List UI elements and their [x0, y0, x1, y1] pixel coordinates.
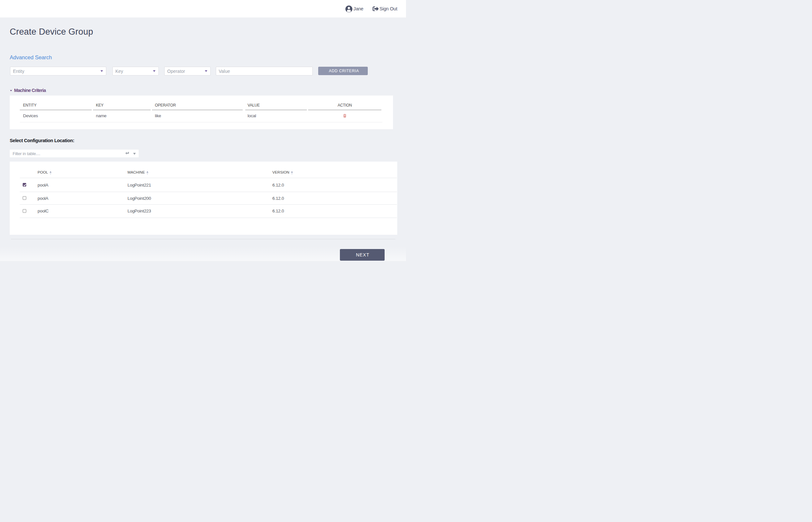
criteria-cell-value: local	[248, 112, 256, 120]
caret-down-icon	[10, 90, 12, 91]
criteria-cell-operator: like	[155, 112, 161, 120]
machine-criteria-label: Machine Criteria	[14, 88, 46, 93]
pool-header-label: POOL	[38, 170, 48, 174]
cell-version: 6.12.0	[272, 196, 284, 200]
column-header-version[interactable]: VERSION	[272, 170, 293, 174]
column-header-operator: OPERATOR	[155, 103, 176, 107]
criteria-cell-action	[308, 112, 381, 120]
sort-icon	[50, 171, 52, 175]
sort-icon	[291, 171, 293, 175]
filter-dropdown-icon[interactable]	[133, 153, 136, 155]
header-underline	[20, 110, 92, 110]
user-avatar-icon	[345, 5, 352, 13]
header-underline	[152, 110, 243, 110]
sort-icon	[147, 171, 149, 175]
value-input[interactable]	[216, 67, 313, 76]
machine-row: poolC LogPoint223 6.12.0	[10, 205, 397, 217]
footer-divider	[11, 239, 395, 239]
sign-out-label: Sign Out	[380, 0, 397, 18]
criteria-cell-entity: Devices	[23, 112, 38, 120]
chevron-down-icon	[205, 70, 207, 72]
filter-box	[10, 149, 139, 157]
header-underline	[245, 110, 307, 110]
cell-pool: poolA	[38, 196, 48, 200]
row-checkbox[interactable]	[23, 209, 26, 213]
key-select-placeholder: Key	[115, 69, 123, 74]
version-header-label: VERSION	[272, 170, 289, 174]
cell-pool: poolC	[38, 208, 49, 214]
header-underline	[93, 110, 151, 110]
operator-select[interactable]: Operator	[164, 67, 211, 76]
config-location-heading: Select Configuration Location:	[10, 138, 74, 143]
check-icon	[23, 183, 26, 187]
column-header-entity: ENTITY	[23, 103, 36, 107]
column-header-value: VALUE	[248, 103, 259, 107]
user-menu[interactable]: Jane	[345, 0, 364, 18]
chevron-down-icon	[153, 70, 156, 72]
next-button[interactable]: NEXT	[340, 249, 385, 261]
column-header-key: KEY	[96, 103, 103, 107]
operator-select-placeholder: Operator	[167, 69, 185, 74]
row-checkbox[interactable]	[23, 183, 26, 186]
column-header-pool[interactable]: POOL	[38, 170, 52, 174]
advanced-search-link[interactable]: Advanced Search	[10, 54, 52, 61]
add-criteria-button[interactable]: ADD CRITERIA	[318, 67, 368, 75]
page-title: Create Device Group	[10, 27, 93, 37]
column-header-machine[interactable]: MACHINE	[128, 170, 149, 174]
filter-input[interactable]	[10, 149, 139, 157]
cell-version: 6.12.0	[272, 182, 284, 187]
cell-machine: LogPoint200	[128, 196, 151, 200]
machine-criteria-toggle[interactable]: Machine Criteria	[10, 88, 46, 93]
sign-out-icon	[373, 6, 379, 11]
delete-criteria-icon[interactable]	[343, 114, 346, 118]
cell-machine: LogPoint221	[128, 182, 151, 187]
machine-header-label: MACHINE	[128, 170, 145, 174]
row-divider	[20, 218, 397, 218]
row-checkbox[interactable]	[23, 196, 26, 200]
criteria-cell-key: name	[96, 112, 107, 120]
enter-key-icon[interactable]	[125, 152, 130, 155]
machines-table: POOL MACHINE VERSION poolA LogPoint221 6…	[10, 162, 397, 235]
entity-select[interactable]: Entity	[10, 67, 106, 76]
create-device-group-page: Jane Sign Out Create Device Group Advanc…	[0, 0, 406, 261]
cell-pool: poolA	[38, 182, 48, 187]
machine-row: poolA LogPoint221 6.12.0	[10, 178, 397, 191]
sign-out-button[interactable]: Sign Out	[373, 0, 397, 18]
column-header-action: ACTION	[308, 103, 381, 107]
machine-row: poolA LogPoint200 6.12.0	[10, 192, 397, 204]
top-bar: Jane Sign Out	[0, 0, 406, 18]
user-name: Jane	[353, 0, 364, 18]
machine-criteria-table: ENTITY KEY OPERATOR VALUE ACTION Devices…	[10, 96, 393, 129]
row-divider	[20, 122, 382, 122]
header-underline	[308, 110, 381, 110]
cell-version: 6.12.0	[272, 208, 284, 214]
entity-select-placeholder: Entity	[13, 69, 24, 74]
chevron-down-icon	[100, 70, 103, 72]
header-underline	[20, 178, 397, 178]
cell-machine: LogPoint223	[128, 208, 151, 214]
key-select[interactable]: Key	[112, 67, 159, 76]
